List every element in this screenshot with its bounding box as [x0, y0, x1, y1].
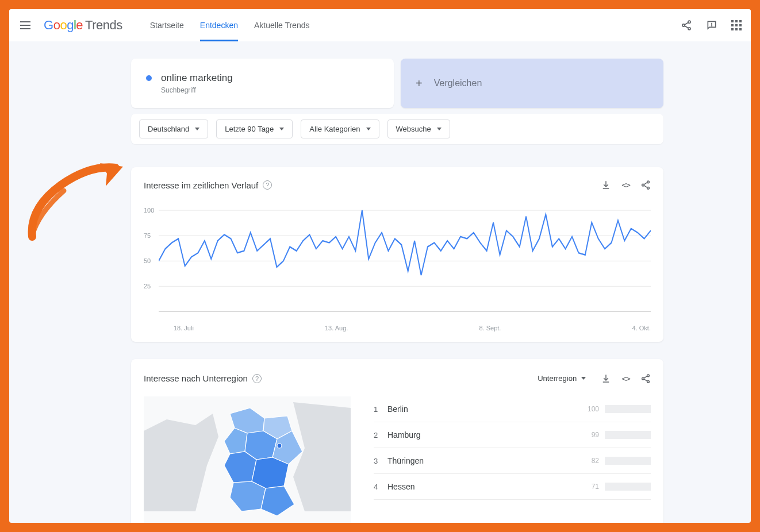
compare-label: Vergleichen — [434, 78, 482, 88]
x-tick-label: 13. Aug. — [325, 325, 348, 331]
region-rank: 4 — [374, 483, 387, 491]
y-tick-label: 75 — [144, 232, 151, 239]
region-row[interactable]: 4Hessen71 — [374, 474, 651, 500]
share-icon[interactable] — [640, 180, 651, 190]
download-icon[interactable] — [601, 373, 611, 384]
region-bar-track — [605, 483, 651, 491]
region-map[interactable] — [144, 396, 351, 523]
subregion-scope-dropdown[interactable]: Unterregion — [533, 372, 590, 385]
time-chart: 255075100 18. Juli13. Aug.8. Sept.4. Okt… — [144, 206, 651, 331]
region-value: 71 — [582, 483, 599, 491]
region-row[interactable]: 3Thüringen82 — [374, 448, 651, 474]
svg-point-10 — [647, 187, 650, 189]
region-name[interactable]: Berlin — [387, 404, 582, 414]
chevron-down-icon — [279, 128, 284, 130]
y-tick-label: 100 — [144, 207, 154, 214]
menu-icon[interactable] — [18, 18, 32, 32]
y-tick-label: 50 — [144, 257, 151, 264]
search-terms-row: online marketing Suchbegriff + Vergleich… — [131, 59, 663, 108]
region-value: 100 — [582, 405, 599, 413]
svg-point-6 — [712, 26, 712, 26]
svg-line-4 — [685, 26, 688, 28]
y-tick-label: 25 — [144, 283, 151, 290]
filters-bar: Deutschland Letzte 90 Tage Alle Kategori… — [131, 114, 663, 144]
region-list: 1Berlin1002Hamburg993Thüringen824Hessen7… — [374, 396, 651, 523]
embed-icon[interactable]: <> — [621, 374, 630, 383]
plus-icon: + — [416, 77, 423, 90]
region-rank: 2 — [374, 431, 387, 440]
svg-line-11 — [644, 183, 647, 184]
series-color-dot — [146, 75, 152, 81]
svg-point-9 — [642, 184, 644, 186]
svg-point-1 — [682, 24, 685, 26]
filter-category[interactable]: Alle Kategorien — [301, 119, 379, 138]
share-icon[interactable] — [640, 373, 651, 384]
x-tick-label: 18. Juli — [174, 325, 194, 331]
panel-title: Interesse nach Unterregion — [144, 373, 248, 383]
logo[interactable]: Google Trends — [44, 18, 122, 33]
region-name[interactable]: Hamburg — [387, 430, 582, 440]
svg-line-22 — [644, 379, 647, 380]
svg-point-2 — [688, 28, 690, 30]
add-compare-card[interactable]: + Vergleichen — [401, 59, 663, 108]
tab-startseite[interactable]: Startseite — [150, 9, 184, 41]
region-row[interactable]: 1Berlin100 — [374, 396, 651, 422]
svg-point-0 — [688, 21, 690, 23]
search-term-text: online marketing — [161, 72, 233, 84]
region-rank: 1 — [374, 405, 387, 414]
share-icon[interactable] — [681, 20, 692, 31]
tab-aktuelle-trends[interactable]: Aktuelle Trends — [254, 9, 310, 41]
region-value: 82 — [582, 457, 599, 465]
filter-search-type[interactable]: Websuche — [387, 119, 450, 138]
nav-tabs: Startseite Entdecken Aktuelle Trends — [150, 9, 310, 41]
region-row[interactable]: 2Hamburg99 — [374, 422, 651, 448]
svg-point-8 — [647, 181, 650, 183]
panel-title: Interesse im zeitlichen Verlauf — [144, 180, 258, 190]
region-name[interactable]: Thüringen — [387, 456, 582, 465]
feedback-icon[interactable] — [706, 20, 717, 31]
svg-line-12 — [644, 186, 647, 187]
search-term-type: Suchbegriff — [161, 86, 379, 94]
svg-point-20 — [647, 380, 650, 383]
region-bar-track — [605, 431, 651, 439]
chevron-down-icon — [437, 128, 442, 130]
svg-line-21 — [644, 376, 647, 377]
chevron-down-icon — [366, 128, 371, 130]
download-icon[interactable] — [601, 180, 611, 190]
region-name[interactable]: Hessen — [387, 482, 582, 491]
region-rank: 3 — [374, 457, 387, 465]
svg-line-3 — [685, 22, 688, 25]
x-tick-label: 4. Okt. — [632, 325, 651, 331]
region-value: 99 — [582, 431, 599, 439]
logo-product: Trends — [85, 18, 122, 33]
svg-marker-7 — [100, 163, 123, 186]
embed-icon[interactable]: <> — [621, 180, 630, 190]
search-term-card[interactable]: online marketing Suchbegriff — [131, 59, 394, 108]
region-bar-track — [605, 405, 651, 413]
x-tick-label: 8. Sept. — [479, 325, 501, 331]
svg-point-24 — [277, 444, 282, 448]
chevron-down-icon — [195, 128, 199, 130]
tab-entdecken[interactable]: Entdecken — [200, 9, 238, 41]
annotation-arrow — [26, 162, 124, 242]
top-bar: Google Trends Startseite Entdecken Aktue… — [9, 9, 751, 41]
panel-interest-by-subregion: Interesse nach Unterregion ? Unterregion… — [131, 359, 663, 523]
filter-timeframe[interactable]: Letzte 90 Tage — [216, 119, 293, 138]
apps-icon[interactable] — [731, 20, 742, 30]
svg-point-18 — [647, 374, 650, 376]
help-icon[interactable]: ? — [252, 374, 262, 383]
panel-interest-over-time: Interesse im zeitlichen Verlauf ? <> 255… — [131, 167, 663, 342]
svg-point-19 — [642, 377, 644, 380]
help-icon[interactable]: ? — [263, 180, 272, 190]
filter-region[interactable]: Deutschland — [139, 119, 208, 138]
region-bar-track — [605, 457, 651, 465]
chevron-down-icon — [581, 377, 586, 380]
